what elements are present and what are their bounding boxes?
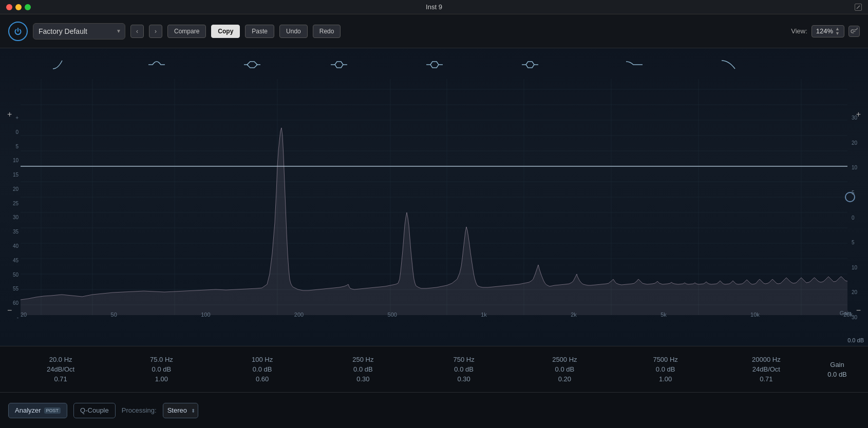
band-8-info: 20000 Hz 24dB/Oct 0.71	[716, 356, 817, 383]
band-2-gain: 0.0 dB	[152, 365, 172, 373]
band-7-info: 7500 Hz 0.0 dB 1.00	[615, 356, 716, 383]
preset-wrapper: Factory Default ▼	[33, 23, 125, 40]
paste-button[interactable]: Paste	[245, 25, 274, 38]
gain-value-right: 0.0 dB	[847, 337, 864, 343]
close-button[interactable]	[6, 4, 12, 10]
band-1-info: 20.0 Hz 24dB/Oct 0.71	[10, 356, 111, 383]
band-5-q: 0.30	[457, 375, 470, 383]
band-4-gain: 0.0 dB	[353, 365, 373, 373]
band-4-info: 250 Hz 0.0 dB 0.30	[313, 356, 413, 383]
title-bar: Inst 9	[0, 0, 868, 14]
band-5-freq: 750 Hz	[454, 356, 475, 363]
view-label: View:	[791, 27, 807, 35]
band-6-handle[interactable]	[521, 57, 539, 72]
band-5-info: 750 Hz 0.0 dB 0.30	[413, 356, 514, 383]
band-7-q: 1.00	[659, 375, 672, 383]
band-7-handle[interactable]	[625, 57, 644, 72]
gain-plus-button[interactable]: +	[7, 110, 12, 119]
band-6-gain: 0.0 dB	[555, 365, 575, 373]
band-3-gain: 0.0 dB	[253, 365, 272, 373]
processing-label: Processing:	[122, 406, 157, 414]
gain-minus-button[interactable]: −	[7, 306, 12, 315]
eq-display[interactable]: .grid-line { stroke: #1e2c3a; stroke-wid…	[0, 48, 868, 346]
band-5-handle[interactable]	[425, 57, 444, 72]
band-3-q: 0.60	[256, 375, 269, 383]
band-8-freq: 20000 Hz	[752, 356, 781, 363]
band-5-gain: 0.0 dB	[454, 365, 474, 373]
band-7-gain: 0.0 dB	[656, 365, 675, 373]
band-7-freq: 7500 Hz	[653, 356, 677, 363]
maximize-button[interactable]	[25, 4, 31, 10]
band-4-handle[interactable]	[330, 57, 348, 72]
band-1-gain: 24dB/Oct	[47, 365, 74, 373]
band-3-handle[interactable]	[243, 57, 261, 72]
link-icon[interactable]	[848, 26, 860, 37]
toolbar: Factory Default ▼ ‹ › Compare Copy Paste…	[0, 14, 868, 48]
gain-plus-right-button[interactable]: +	[856, 110, 861, 119]
post-badge: POST	[44, 407, 61, 414]
band-3-info: 100 Hz 0.0 dB 0.60	[212, 356, 313, 383]
window-controls	[6, 4, 31, 10]
band-6-info: 2500 Hz 0.0 dB 0.20	[514, 356, 615, 383]
x-axis-labels: 20 50 100 200 500 1k 2k 5k 10k 20k	[21, 312, 853, 318]
svg-line-0	[857, 6, 860, 9]
gain-label: Gain	[840, 310, 852, 316]
band-handles	[0, 54, 868, 75]
processing-wrapper: Stereo Left Right Mid Side ⬍	[163, 403, 198, 418]
band-2-info: 75.0 Hz 0.0 dB 1.00	[111, 356, 212, 383]
nav-back-button[interactable]: ‹	[130, 25, 144, 38]
power-button[interactable]	[8, 22, 28, 41]
processing-select[interactable]: Stereo Left Right Mid Side	[163, 403, 198, 418]
band-1-handle[interactable]	[52, 57, 70, 72]
band-8-gain: 24dB/Oct	[752, 365, 780, 373]
redo-button[interactable]: Redo	[313, 25, 341, 38]
band-2-handle[interactable]	[147, 57, 166, 72]
band-6-q: 0.20	[558, 375, 571, 383]
view-value[interactable]: 124% ▲▼	[812, 25, 844, 37]
y-axis-left: + 0 5 10 15 20 25 30 35 40 45 50 55 60 -	[4, 115, 18, 320]
band-1-freq: 20.0 Hz	[49, 356, 72, 363]
undo-button[interactable]: Undo	[279, 25, 308, 38]
bottom-bar: Analyzer POST Q-Couple Processing: Stere…	[0, 392, 868, 428]
band-8-handle[interactable]	[721, 57, 739, 72]
band-3-freq: 100 Hz	[252, 356, 273, 363]
copy-button[interactable]: Copy	[211, 25, 240, 38]
band-4-freq: 250 Hz	[352, 356, 373, 363]
band-4-q: 0.30	[356, 375, 369, 383]
svg-point-34	[845, 192, 855, 202]
y-axis-right: 30 20 10 5 0 5 10 20 30	[852, 115, 864, 320]
band-info-row: 20.0 Hz 24dB/Oct 0.71 75.0 Hz 0.0 dB 1.0…	[0, 346, 868, 392]
band-2-q: 1.00	[155, 375, 168, 383]
band-1-q: 0.71	[54, 375, 67, 383]
band-6-freq: 2500 Hz	[552, 356, 577, 363]
analyzer-button[interactable]: Analyzer POST	[8, 403, 67, 418]
gain-value-info: 0.0 dB	[827, 371, 847, 378]
compare-button[interactable]: Compare	[167, 25, 206, 38]
band-8-q: 0.71	[760, 375, 772, 383]
window-title: Inst 9	[426, 3, 442, 11]
gain-label-info: Gain	[830, 361, 844, 368]
master-gain-info: Gain 0.0 dB	[817, 361, 858, 378]
collapse-button[interactable]	[855, 4, 862, 11]
band-2-freq: 75.0 Hz	[150, 356, 173, 363]
q-couple-button[interactable]: Q-Couple	[73, 403, 116, 418]
nav-forward-button[interactable]: ›	[149, 25, 162, 38]
view-stepper-icon: ▲▼	[835, 27, 840, 36]
minimize-button[interactable]	[15, 4, 22, 10]
view-control: View: 124% ▲▼	[791, 25, 860, 37]
gain-minus-right-button[interactable]: −	[856, 306, 861, 315]
preset-select[interactable]: Factory Default	[33, 23, 125, 40]
